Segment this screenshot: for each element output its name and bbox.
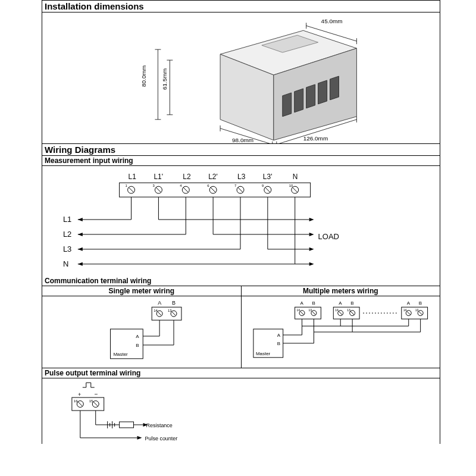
svg-rect-29 [120, 183, 311, 197]
svg-text:A: A [300, 300, 303, 306]
svg-text:L1': L1' [154, 173, 163, 181]
svg-text:+: + [78, 391, 82, 397]
svg-line-39 [238, 187, 243, 192]
svg-text:N: N [63, 259, 68, 268]
svg-marker-4 [295, 89, 303, 112]
single-meter-title: Single meter wiring [42, 286, 241, 296]
svg-line-41 [265, 187, 270, 192]
svg-line-43 [293, 187, 298, 192]
svg-marker-76 [309, 262, 314, 266]
svg-line-117 [350, 311, 354, 315]
svg-text:Master: Master [113, 352, 128, 357]
svg-marker-81 [78, 262, 83, 266]
svg-line-35 [183, 187, 188, 192]
svg-marker-6 [318, 80, 327, 104]
svg-line-142 [93, 402, 98, 406]
svg-text:80.0mm: 80.0mm [140, 65, 147, 87]
svg-text:4: 4 [180, 184, 182, 187]
svg-text:14: 14 [335, 309, 339, 312]
svg-line-108 [312, 311, 315, 315]
svg-text:9: 9 [262, 184, 264, 187]
svg-text:14: 14 [403, 309, 406, 312]
svg-text:126.0mm: 126.0mm [303, 135, 328, 142]
svg-text:L2: L2 [63, 230, 71, 239]
svg-text:Master: Master [255, 351, 270, 356]
svg-line-126 [418, 311, 422, 315]
svg-text:L1: L1 [63, 215, 71, 224]
svg-text:A: A [406, 300, 410, 306]
svg-text:B: B [350, 300, 353, 306]
svg-text:61.5mm: 61.5mm [161, 68, 168, 90]
svg-text:−: − [95, 391, 98, 397]
svg-text:B: B [136, 343, 139, 348]
svg-text:B: B [418, 300, 421, 306]
svg-text:10: 10 [289, 184, 293, 187]
section-installation: Installation dimensions [42, 0, 440, 12]
svg-text:B: B [312, 300, 315, 306]
svg-text:13: 13 [347, 309, 350, 312]
svg-line-37 [211, 187, 215, 192]
svg-marker-151 [137, 436, 142, 440]
multi-meter-title: Multiple meters wiring [242, 286, 440, 296]
svg-text:16: 16 [74, 399, 78, 403]
svg-text:A: A [136, 334, 139, 339]
svg-text:15: 15 [89, 399, 93, 403]
svg-line-115 [339, 311, 342, 315]
svg-line-33 [156, 187, 161, 192]
svg-marker-79 [78, 233, 83, 236]
svg-text:A: A [277, 333, 280, 338]
installation-drawing: 45.0mm 80.0mm 61.5mm 98.0mm 126.0mm [42, 12, 440, 143]
svg-marker-75 [309, 248, 314, 251]
svg-text:L3: L3 [237, 173, 246, 181]
svg-line-31 [129, 187, 134, 192]
svg-text:L1: L1 [129, 173, 137, 181]
svg-text:L3': L3' [263, 173, 273, 181]
svg-text:6: 6 [207, 184, 209, 187]
svg-marker-7 [330, 76, 339, 100]
svg-text:B: B [172, 300, 176, 306]
svg-line-91 [172, 312, 176, 315]
svg-text:Pulse counter: Pulse counter [145, 436, 177, 441]
svg-text:A: A [339, 300, 342, 306]
svg-text:L3: L3 [63, 245, 71, 253]
subsection-comm: Communication terminal wiring [42, 276, 440, 286]
svg-rect-149 [120, 422, 134, 428]
subsection-pulse: Pulse output terminal wiring [42, 368, 440, 378]
section-wiring: Wiring Diagrams [42, 143, 440, 156]
svg-text:Resistance: Resistance [146, 422, 172, 428]
svg-line-140 [78, 402, 83, 406]
svg-text:13: 13 [308, 309, 312, 312]
svg-text:A: A [158, 300, 161, 306]
svg-text:13: 13 [168, 309, 172, 312]
svg-text:1: 1 [126, 184, 128, 187]
svg-marker-80 [78, 248, 83, 251]
svg-marker-74 [309, 233, 314, 236]
svg-text:14: 14 [154, 309, 158, 312]
svg-text:45.0mm: 45.0mm [321, 18, 343, 24]
svg-text:L2: L2 [183, 173, 191, 181]
svg-marker-5 [306, 84, 315, 108]
pulse-output-diagram: + − 16 15 [42, 378, 440, 444]
measurement-wiring-diagram: L1 L1' L2 L2' L3 L3' N 1 3 4 6 7 9 10 [42, 166, 440, 276]
svg-line-106 [300, 311, 303, 315]
subsection-measurement: Measurement input wiring [42, 156, 440, 166]
svg-text:13: 13 [415, 309, 418, 312]
svg-text:LOAD: LOAD [318, 232, 339, 241]
svg-text:3: 3 [152, 184, 155, 187]
svg-marker-78 [78, 218, 83, 221]
multi-meter-diagram: A B 14 13 A B 14 [242, 296, 440, 368]
svg-text:N: N [293, 173, 298, 181]
svg-text:14: 14 [296, 309, 300, 312]
svg-text:7: 7 [234, 184, 237, 187]
svg-marker-73 [309, 218, 314, 221]
svg-marker-3 [283, 93, 292, 117]
svg-line-124 [406, 311, 410, 315]
svg-text:L2': L2' [208, 173, 218, 181]
svg-text:B: B [277, 341, 280, 346]
svg-line-89 [158, 312, 161, 315]
svg-text:98.0mm: 98.0mm [232, 137, 253, 143]
single-meter-diagram: A B 14 13 Master A B [42, 296, 241, 368]
